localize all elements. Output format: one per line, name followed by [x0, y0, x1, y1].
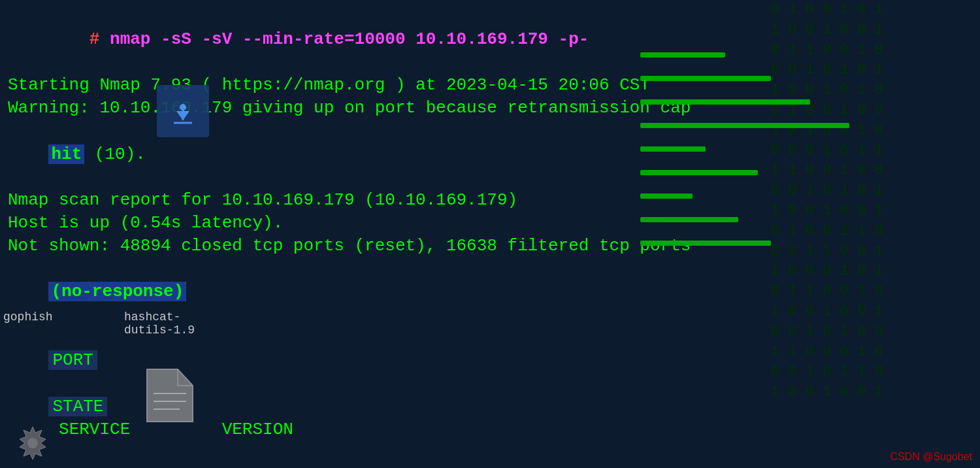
file-icon-overlay — [144, 366, 203, 431]
no-response-highlight: (no-response) — [48, 282, 186, 301]
port-header: PORT — [48, 350, 97, 370]
hit-highlight: hit — [48, 144, 84, 164]
progress-bar-9 — [640, 241, 771, 246]
progress-bar-2 — [640, 76, 771, 81]
prompt-arrow — [48, 29, 69, 49]
port-80-line: PORT STATE SERVICE VERSION — [8, 464, 972, 468]
command-text: nmap -sS -sV --min-rate=10000 10.10.169.… — [110, 29, 589, 49]
download-icon-svg — [167, 95, 199, 127]
prompt-hash: # — [69, 29, 110, 49]
svg-point-8 — [27, 438, 38, 448]
progress-bar-4 — [640, 123, 849, 128]
progress-bar-6 — [640, 170, 758, 175]
terminal-window: 0 1 0 0 1 0 1 1 0 0 1 0 0 1 0 1 1 0 0 1 … — [0, 0, 980, 468]
header-space — [48, 374, 110, 393]
progress-bar-7 — [640, 193, 693, 199]
state-header: STATE — [48, 397, 107, 416]
hit-rest: (10). — [84, 144, 146, 164]
gophish-label: gophish — [3, 310, 53, 324]
gear-icon-overlay — [13, 424, 52, 463]
progress-bar-1 — [640, 52, 725, 58]
watermark: CSDN @Sugobet — [890, 451, 972, 463]
gear-icon-svg — [13, 424, 52, 463]
progress-bar-8 — [640, 217, 738, 222]
hashcat-label: hashcat- dutils-1.9 — [124, 310, 195, 337]
progress-bar-3 — [640, 99, 810, 105]
file-icon-svg — [144, 366, 196, 425]
download-icon-overlay — [157, 85, 209, 137]
progress-bars-container — [640, 52, 849, 246]
progress-bar-5 — [640, 146, 706, 152]
